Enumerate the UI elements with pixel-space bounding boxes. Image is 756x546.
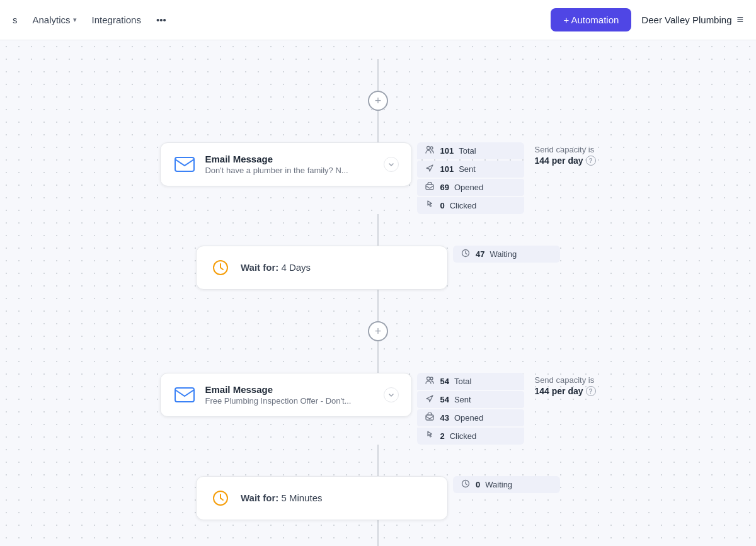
stat-total-2: 54 Total [417,373,524,390]
email-icon-1 [173,153,196,176]
email-node-1-expand[interactable] [384,157,399,172]
stat-opened-1: 69 Opened [417,179,524,196]
header: s Analytics ▾ Integrations ••• + Automat… [0,0,756,40]
people-icon [425,145,435,156]
wait-node-row-1: Wait for: 4 Days 47 Waiti [0,246,756,290]
analytics-chevron-icon: ▾ [73,16,77,24]
wait-node-1[interactable]: Wait for: 4 Days [196,246,448,290]
clock-icon-1 [461,249,471,259]
open-icon-2 [425,412,435,423]
automation-button[interactable]: + Automation [551,8,631,31]
svg-point-1 [427,147,430,150]
wait-node-2-content: Wait for: 5 Minutes [241,492,435,504]
help-icon-1[interactable]: ? [586,156,596,166]
click-icon-2 [425,431,435,441]
send-icon [425,164,435,174]
connector-line-bottom [377,520,379,546]
open-icon [425,182,435,193]
email-node-2[interactable]: Email Message Free Plumbing Inspection O… [160,373,412,417]
connector-line-top [377,59,379,91]
svg-rect-6 [175,388,194,402]
email-node-1-title: Email Message [205,154,375,164]
svg-point-2 [430,147,433,149]
add-step-button-1[interactable]: + [368,91,388,111]
email-node-row-2: Email Message Free Plumbing Inspection O… [0,373,756,445]
email-node-row-1: Email Message Don't have a plumber in th… [0,142,756,214]
wait-node-2-stats: 0 Waiting [453,476,560,493]
nav-item-s[interactable]: s [13,14,18,25]
stat-total-1: 101 Total [417,142,524,159]
svg-rect-9 [426,415,433,420]
svg-rect-0 [175,157,194,171]
email-node-1-stats: 101 Total 101 Sent [417,142,524,214]
connector-line-4 [377,341,379,373]
nav-item-more[interactable]: ••• [156,14,166,25]
clock-icon-2 [461,479,471,490]
wait-node-row-2: Wait for: 5 Minutes 0 Wai [0,476,756,520]
header-right: + Automation Deer Valley Plumbing ≡ [551,8,743,31]
company-name: Deer Valley Plumbing ≡ [641,13,743,26]
capacity-info-2: Send capacity is 144 per day ? [534,373,595,396]
wait-icon-2 [209,487,232,509]
email-node-2-stats: 54 Total 54 Sent [417,373,524,445]
email-node-2-subtitle: Free Plumbing Inspection Offer - Don't..… [205,396,375,406]
email-node-2-expand[interactable] [384,387,399,402]
connector-line-1 [377,111,379,142]
stat-sent-1: 101 Sent [417,161,524,178]
stat-waiting-1: 47 Waiting [453,246,560,263]
people-icon-2 [425,376,435,387]
hamburger-menu-icon[interactable]: ≡ [736,13,743,26]
connector-line-5 [377,445,379,476]
click-icon [425,200,435,211]
svg-point-7 [427,377,430,380]
wait-label-1: Wait for: 4 Days [241,262,311,273]
connector-line-2 [377,214,379,246]
flow-container: + Email Message Don't have a plumber in … [0,40,756,546]
svg-rect-3 [426,185,433,190]
connector-line-3 [377,290,379,321]
help-icon-2[interactable]: ? [586,386,596,396]
header-nav: s Analytics ▾ Integrations ••• [13,14,551,25]
stat-clicked-1: 0 Clicked [417,197,524,214]
wait-label-2: Wait for: 5 Minutes [241,492,322,503]
capacity-value-1: 144 per day ? [534,156,595,166]
wait-node-1-stats: 47 Waiting [453,246,560,263]
nav-item-integrations[interactable]: Integrations [92,14,141,25]
svg-point-8 [430,377,433,380]
email-node-1[interactable]: Email Message Don't have a plumber in th… [160,142,412,186]
nav-item-analytics[interactable]: Analytics ▾ [33,14,77,25]
capacity-value-2: 144 per day ? [534,386,595,396]
stat-waiting-2: 0 Waiting [453,476,560,493]
automation-canvas: + Email Message Don't have a plumber in … [0,40,756,546]
wait-node-2[interactable]: Wait for: 5 Minutes [196,476,448,520]
add-step-button-2[interactable]: + [368,321,388,341]
email-node-1-subtitle: Don't have a plumber in the family? N... [205,166,375,175]
wait-icon-1 [209,256,232,279]
stat-opened-2: 43 Opened [417,409,524,426]
stat-sent-2: 54 Sent [417,391,524,408]
wait-node-1-content: Wait for: 4 Days [241,262,435,273]
send-icon-2 [425,394,435,405]
email-node-2-title: Email Message [205,384,375,395]
email-node-2-content: Email Message Free Plumbing Inspection O… [205,384,375,406]
email-node-1-content: Email Message Don't have a plumber in th… [205,154,375,175]
capacity-info-1: Send capacity is 144 per day ? [534,142,595,166]
email-icon-2 [173,384,196,406]
stat-clicked-2: 2 Clicked [417,428,524,445]
